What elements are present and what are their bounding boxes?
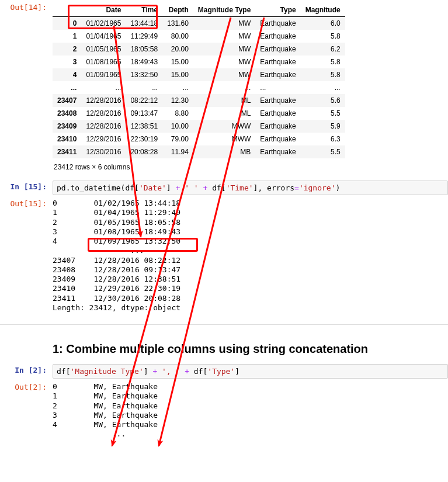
- section-divider: [0, 324, 448, 325]
- out15-series: 0 01/02/1965 13:44:18 1 01/04/1965 11:29…: [53, 197, 448, 313]
- table-row: 301/08/196518:49:4315.00MWEarthquake5.8: [53, 56, 345, 68]
- table-row: 2341012/29/201622:30:1979.00MWWEarthquak…: [53, 133, 345, 145]
- df-col-header: Type: [255, 4, 300, 17]
- table-row: 2340912/28/201612:38:5110.00MWWEarthquak…: [53, 120, 345, 133]
- table-row: 2340812/28/201609:13:478.80MLEarthquake5…: [53, 107, 345, 120]
- out2-series: 0 MW, Earthquake 1 MW, Earthquake 2 MW, …: [53, 381, 448, 439]
- table-row: 201/05/196518:05:5820.00MWEarthquake6.2: [53, 43, 345, 56]
- table-row: 2340712/28/201608:22:1212.30MLEarthquake…: [53, 94, 345, 107]
- table-row: .....................: [53, 81, 345, 94]
- out-prompt-15: Out[15]:: [0, 197, 53, 313]
- in-prompt-15: In [15]:: [0, 181, 53, 195]
- annotation-box-date-time: [68, 5, 158, 29]
- code-cell-2[interactable]: df['Magnitude Type'] + ', ' + df['Type']: [53, 364, 448, 379]
- df-col-header: Magnitude Type: [193, 4, 255, 17]
- annotation-box-out15-first: [88, 238, 198, 252]
- table-row: 401/09/196513:32:5015.00MWEarthquake5.8: [53, 68, 345, 81]
- df-col-header: Depth: [162, 4, 193, 17]
- df-col-header: Magnitude: [301, 4, 345, 17]
- in-prompt-2: In [2]:: [0, 364, 53, 379]
- table-row: 101/04/196511:29:4980.00MWEarthquake5.8: [53, 30, 345, 43]
- out-prompt-14: Out[14]:: [0, 1, 53, 174]
- code-cell-15[interactable]: pd.to_datetime(df['Date'] + ' ' + df['Ti…: [53, 181, 448, 195]
- section-title: 1: Combine multiple columns using string…: [53, 342, 448, 356]
- out-prompt-2: Out[2]:: [0, 381, 53, 439]
- table-row: 2341112/30/201620:08:2811.94MBEarthquake…: [53, 145, 345, 158]
- df-caption: 23412 rows × 6 columns: [53, 158, 448, 174]
